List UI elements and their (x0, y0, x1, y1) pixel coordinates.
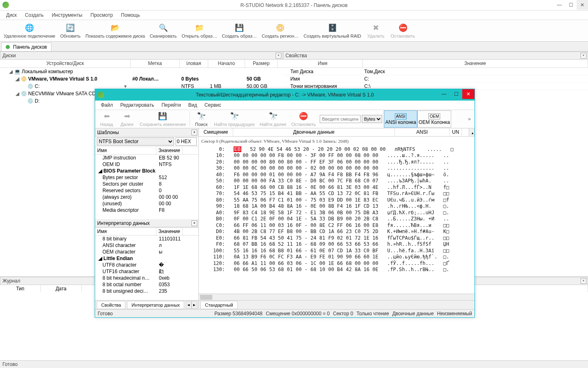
hex-tb-findnext: 🔭Найти далее (257, 110, 289, 128)
minimize-button[interactable]: — (554, 0, 565, 10)
tb-create-raid[interactable]: 🗄️Создать виртуальный RAID (301, 20, 364, 41)
maximize-button[interactable]: ☐ (565, 0, 577, 10)
hex-hscrollbar[interactable] (199, 294, 474, 300)
main-title-text: R-STUDIO Network 8.2.165337 - Панель дис… (241, 2, 347, 8)
menu-tools[interactable]: Инструменты (48, 11, 87, 19)
template-row[interactable]: Reserved sectors0 (95, 187, 198, 194)
hex-titlebar[interactable]: Текстовый/Шестнадцатеричный редактор - C… (95, 89, 474, 101)
scan-icon: 🔍 (158, 23, 168, 33)
template-row[interactable]: Sectors per cluster8 (95, 181, 198, 187)
tb-delete: ✖Удалить (364, 20, 388, 41)
main-titlebar: R-STUDIO Network 8.2.165337 - Панель дис… (0, 0, 588, 11)
prop-row: ИмяC: (283, 75, 588, 83)
hex-minimize-button[interactable]: — (438, 89, 450, 99)
tab-interp[interactable]: Интерпретатор данных (127, 301, 184, 309)
template-row[interactable]: ◢ BIOS Parameter Block (95, 168, 198, 174)
template-row[interactable]: (unused)00 00 (95, 200, 198, 207)
hex-menu-edit[interactable]: Редактировать (117, 101, 158, 109)
disks-panel-header: Диски× (0, 52, 283, 60)
tb-scan[interactable]: 🔍Сканировать (147, 20, 179, 41)
main-statusbar: Готово (0, 360, 588, 368)
disks-grid-header: Устройство/Диск Метка іловая сист Начало… (0, 60, 283, 68)
menu-view[interactable]: Просмотр (87, 11, 117, 19)
tb-stop: ⛔Остановить (388, 20, 418, 41)
interp-row[interactable]: ANSI characterл (95, 242, 198, 249)
tb-create-region[interactable]: 📀Создать регион… (259, 20, 301, 41)
refresh-icon: 🔄 (65, 23, 75, 33)
hex-menu-goto[interactable]: Перейти (158, 101, 185, 109)
tab-disk-panel[interactable]: Панель дисков (1, 43, 51, 51)
hex-menu-file[interactable]: Файл (97, 101, 117, 109)
hex-statusbar: Готово Размер 53684994048 Смещение 0x000… (95, 309, 474, 317)
hex-ansi-toggle[interactable]: ANSIANSI колонка (384, 110, 417, 128)
disks-close-icon[interactable]: × (276, 53, 281, 58)
hex-scroll-up-icon[interactable]: ▴ (469, 128, 474, 136)
menu-disk[interactable]: Диск (2, 11, 21, 19)
interp-close-icon[interactable]: × (192, 220, 197, 226)
hex-title-text: Текстовый/Шестнадцатеричный редактор - C… (196, 92, 374, 98)
journal-col-type[interactable]: Тип (0, 285, 41, 292)
interp-row[interactable]: 8 bit hexadecimal n…0xeb (95, 275, 198, 281)
tb-show-contents[interactable]: 📂Показать содержимое диска (83, 20, 147, 41)
template-row[interactable]: (always zero)00 00 00 (95, 194, 198, 200)
journal-col-date[interactable]: Дата (41, 285, 82, 292)
disk-row[interactable]: ◢💻Локальный компьютер (0, 68, 283, 75)
tab-scroll-right-icon[interactable]: ▸ (192, 301, 197, 309)
hex-oem-toggle[interactable]: OEMOEM Колонка (417, 110, 451, 128)
hex-offset-input[interactable] (320, 115, 361, 123)
save-icon: 💾 (158, 111, 167, 121)
interp-row[interactable]: UTF8 character� (95, 262, 198, 268)
hex-menu-service[interactable]: Сервис (201, 101, 225, 109)
template-row[interactable]: Media descriptorF8 (95, 207, 198, 213)
delete-icon: ✖ (371, 23, 381, 33)
tab-scroll-left-icon[interactable]: ◂ (186, 301, 192, 309)
hex-tb-find[interactable]: 🔭Поиск (191, 110, 212, 128)
disk-row[interactable]: ◢📀VMware, VMware Virtual S 1.0#0 Локал…0… (0, 75, 283, 83)
interp-row[interactable]: 8 bit binary11101011 (95, 236, 198, 242)
hex-view-tabs: Стандартный (199, 300, 474, 309)
tb-refresh[interactable]: 🔄Обновить (58, 20, 83, 41)
interp-row[interactable]: 8 bit unsigned deci…235 (95, 288, 198, 294)
hex-menubar: Файл Редактировать Перейти Вид Сервис (95, 101, 474, 110)
template-row[interactable]: JMP instructionEB 52 90 (95, 155, 198, 161)
interp-row[interactable]: OEM characterы (95, 249, 198, 255)
hex-tb-findprev: 🔭Найти предыдущее (212, 110, 257, 128)
template-row[interactable]: Bytes per sector512 (95, 174, 198, 181)
interp-values: 8 bit binary11101011ANSI characterлOEM c… (95, 236, 198, 300)
template-row[interactable]: OEM IDNTFS (95, 161, 198, 168)
tab-standard[interactable]: Стандартный (200, 301, 238, 309)
arrow-left-icon: ⬅ (102, 111, 111, 121)
hex-dump-area[interactable]: Сектор 0 (Родительский объект: VMware, V… (199, 137, 474, 294)
prop-row: Тип ДискаТом,Диск (283, 68, 588, 75)
menu-create[interactable]: Создать (21, 11, 48, 19)
menu-help[interactable]: Помощь (117, 11, 144, 19)
tb-create-image[interactable]: 💾Создать образ… (220, 20, 259, 41)
find-next-icon: 🔭 (268, 111, 278, 121)
journal-close-icon[interactable]: × (581, 278, 586, 284)
app-logo-icon (2, 2, 9, 8)
templates-header: Шаблоны× (95, 128, 198, 137)
hex-close-button[interactable]: ✕ (462, 89, 474, 99)
template-select[interactable]: NTFS Boot Sector (97, 137, 174, 146)
template-hex-input[interactable] (176, 137, 197, 146)
network-icon: 🌐 (24, 23, 34, 33)
main-toolbar: 🌐Удаленное подключение 🔄Обновить 📂Показа… (0, 20, 588, 42)
close-button[interactable]: ✕ (577, 0, 588, 10)
tb-remote-connect[interactable]: 🌐Удаленное подключение (1, 20, 58, 41)
props-panel-header: Свойства× (283, 52, 588, 60)
raid-icon: 🗄️ (327, 23, 337, 33)
hex-logo-icon (98, 92, 104, 98)
hex-unit-select[interactable]: Bytes (362, 115, 382, 123)
tb-open-image[interactable]: 📁Открыть образ… (179, 20, 220, 41)
templates-close-icon[interactable]: × (192, 130, 197, 135)
hex-maximize-button[interactable]: ☐ (450, 89, 462, 99)
interp-row[interactable]: ◢ Little Endian (95, 255, 198, 262)
interp-row[interactable]: UTF16 character勸 (95, 268, 198, 275)
stop-icon: ⛔ (298, 111, 308, 121)
hex-menu-view[interactable]: Вид (185, 101, 201, 109)
interp-row[interactable]: 8 bit octal number0353 (95, 281, 198, 288)
hex-tb-overflow-icon[interactable]: » (466, 116, 473, 122)
stop-icon: ⛔ (398, 23, 408, 33)
props-close-icon[interactable]: × (581, 53, 586, 58)
tab-props[interactable]: Свойства (97, 301, 125, 309)
